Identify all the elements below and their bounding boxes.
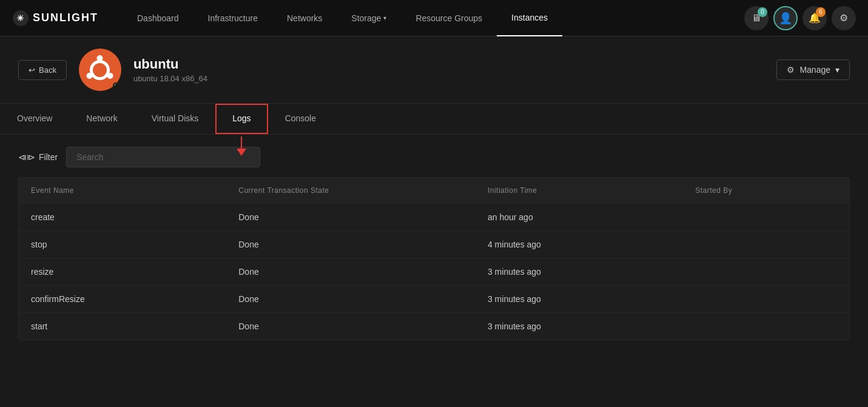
notification-button[interactable]: 🔔 6 bbox=[802, 6, 827, 30]
monitor-button[interactable]: 🖥 0 bbox=[744, 6, 769, 30]
filter-button[interactable]: ⧏⧐ Filter bbox=[18, 152, 58, 162]
search-input[interactable] bbox=[66, 147, 260, 167]
monitor-badge: 0 bbox=[758, 7, 767, 17]
table-row[interactable]: confirmResize Done 3 minutes ago bbox=[19, 286, 849, 313]
content-area: ⧏⧐ Filter Event Name Current Transaction… bbox=[0, 135, 868, 352]
page-header: ↩ Back ubuntu ubuntu 18.04 x86_64 ⚙ Mana… bbox=[0, 36, 868, 104]
nav-right-controls: 🖥 0 👤 🔔 6 ⚙ bbox=[744, 6, 856, 30]
table-row[interactable]: resize Done 3 minutes ago bbox=[19, 258, 849, 286]
tab-virtual-disks[interactable]: Virtual Disks bbox=[135, 104, 216, 134]
cell-event: resize bbox=[19, 258, 226, 286]
instance-name: ubuntu bbox=[133, 56, 765, 72]
gear-icon-manage: ⚙ bbox=[787, 65, 795, 75]
tab-console[interactable]: Console bbox=[268, 104, 333, 134]
table-row[interactable]: create Done an hour ago bbox=[19, 204, 849, 231]
manage-caret: ▾ bbox=[835, 65, 839, 75]
nav-infrastructure[interactable]: Infrastructure bbox=[193, 0, 272, 36]
cell-time: 3 minutes ago bbox=[476, 313, 683, 340]
storage-caret: ▾ bbox=[383, 15, 386, 21]
ubuntu-logo bbox=[83, 53, 116, 87]
cell-event: stop bbox=[19, 231, 226, 258]
cell-state: Done bbox=[226, 258, 476, 286]
nav-instances[interactable]: Instances bbox=[497, 0, 562, 36]
instance-subtitle: ubuntu 18.04 x86_64 bbox=[133, 74, 765, 83]
nav-dashboard[interactable]: Dashboard bbox=[123, 0, 193, 36]
filter-icon: ⧏⧐ bbox=[18, 152, 35, 162]
cell-started bbox=[683, 313, 849, 340]
notification-badge: 6 bbox=[816, 7, 826, 17]
cell-time: 4 minutes ago bbox=[476, 231, 683, 258]
cell-state: Done bbox=[226, 313, 476, 340]
cell-started bbox=[683, 286, 849, 313]
svg-point-4 bbox=[97, 55, 103, 61]
col-header-started: Started By bbox=[683, 178, 849, 204]
nav-storage[interactable]: Storage ▾ bbox=[337, 0, 401, 36]
gear-icon: ⚙ bbox=[839, 12, 848, 24]
tab-logs-container: Logs bbox=[215, 104, 267, 134]
top-navigation: ☀ SUNLIGHT Dashboard Infrastructure Netw… bbox=[0, 0, 868, 36]
tab-network[interactable]: Network bbox=[69, 104, 134, 134]
col-header-event: Event Name bbox=[19, 178, 226, 204]
logo: ☀ SUNLIGHT bbox=[12, 10, 98, 27]
manage-button[interactable]: ⚙ Manage ▾ bbox=[776, 59, 850, 80]
col-header-time: Initiation Time bbox=[476, 178, 683, 204]
cell-state: Done bbox=[226, 286, 476, 313]
svg-text:☀: ☀ bbox=[16, 13, 25, 23]
status-dot-online bbox=[113, 82, 119, 89]
cell-started bbox=[683, 231, 849, 258]
cell-time: an hour ago bbox=[476, 204, 683, 231]
cell-event: create bbox=[19, 204, 226, 231]
cell-state: Done bbox=[226, 204, 476, 231]
cell-started bbox=[683, 258, 849, 286]
table-row[interactable]: stop Done 4 minutes ago bbox=[19, 231, 849, 258]
logs-table: Event Name Current Transaction State Ini… bbox=[18, 177, 850, 340]
cell-event: confirmResize bbox=[19, 286, 226, 313]
cell-time: 3 minutes ago bbox=[476, 258, 683, 286]
cell-time: 3 minutes ago bbox=[476, 286, 683, 313]
tab-logs[interactable]: Logs bbox=[215, 104, 267, 134]
cell-event: start bbox=[19, 313, 226, 340]
tab-overview[interactable]: Overview bbox=[0, 104, 69, 134]
nav-items: Dashboard Infrastructure Networks Storag… bbox=[123, 0, 744, 36]
avatar bbox=[79, 49, 121, 91]
cell-state: Done bbox=[226, 231, 476, 258]
logs-table-inner: Event Name Current Transaction State Ini… bbox=[19, 178, 849, 340]
svg-point-6 bbox=[107, 73, 113, 79]
user-button[interactable]: 👤 bbox=[773, 6, 798, 30]
col-header-state: Current Transaction State bbox=[226, 178, 476, 204]
back-icon: ↩ bbox=[29, 66, 35, 75]
toolbar: ⧏⧐ Filter bbox=[18, 147, 850, 167]
user-icon: 👤 bbox=[779, 12, 792, 25]
nav-networks[interactable]: Networks bbox=[272, 0, 337, 36]
sub-navigation: Overview Network Virtual Disks Logs Cons… bbox=[0, 104, 868, 135]
cell-started bbox=[683, 204, 849, 231]
settings-button[interactable]: ⚙ bbox=[832, 6, 856, 30]
nav-resource-groups[interactable]: Resource Groups bbox=[401, 0, 497, 36]
svg-point-5 bbox=[87, 73, 93, 79]
table-header: Event Name Current Transaction State Ini… bbox=[19, 178, 849, 204]
table-body: create Done an hour ago stop Done 4 minu… bbox=[19, 204, 849, 340]
back-button[interactable]: ↩ Back bbox=[18, 60, 67, 80]
instance-info: ubuntu ubuntu 18.04 x86_64 bbox=[133, 56, 765, 83]
table-row[interactable]: start Done 3 minutes ago bbox=[19, 313, 849, 340]
